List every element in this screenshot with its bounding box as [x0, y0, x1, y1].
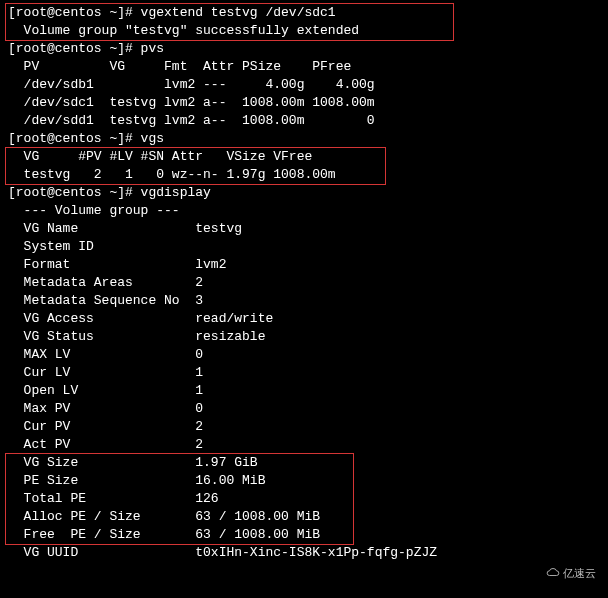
vgdisp-curlv: Cur LV 1 [8, 364, 600, 382]
cmd-vgdisplay: [root@centos ~]# vgdisplay [8, 184, 600, 202]
cmd-pvs: [root@centos ~]# pvs [8, 40, 600, 58]
pvs-row: /dev/sdb1 lvm2 --- 4.00g 4.00g [8, 76, 600, 94]
watermark-badge: 亿速云 [540, 562, 602, 584]
vgdisp-totalpe: Total PE 126 [8, 490, 351, 508]
vgdisp-sysid: System ID [8, 238, 600, 256]
highlight-vgsize: VG Size 1.97 GiB PE Size 16.00 MiB Total… [5, 453, 354, 545]
pvs-row: /dev/sdd1 testvg lvm2 a-- 1008.00m 0 [8, 112, 600, 130]
vgdisp-mareas: Metadata Areas 2 [8, 274, 600, 292]
cmd-vgs: [root@centos ~]# vgs [8, 130, 600, 148]
cloud-icon [546, 567, 560, 577]
vgdisp-maxlv: MAX LV 0 [8, 346, 600, 364]
pvs-header: PV VG Fmt Attr PSize PFree [8, 58, 600, 76]
vgdisp-curpv: Cur PV 2 [8, 418, 600, 436]
vgdisp-access: VG Access read/write [8, 310, 600, 328]
vgdisp-pesize: PE Size 16.00 MiB [8, 472, 351, 490]
vgdisp-mseq: Metadata Sequence No 3 [8, 292, 600, 310]
vgdisp-header: --- Volume group --- [8, 202, 600, 220]
vgdisp-maxpv: Max PV 0 [8, 400, 600, 418]
vgdisp-actpv: Act PV 2 [8, 436, 600, 454]
vgdisp-uuid: VG UUID t0xIHn-Xinc-IS8K-x1Pp-fqfg-pZJZ [8, 544, 600, 562]
vgs-header: VG #PV #LV #SN Attr VSize VFree [8, 148, 383, 166]
vgextend-output: Volume group "testvg" successfully exten… [8, 22, 451, 40]
cmd-vgextend: [root@centos ~]# vgextend testvg /dev/sd… [8, 4, 451, 22]
vgdisp-openlv: Open LV 1 [8, 382, 600, 400]
highlight-vgs: VG #PV #LV #SN Attr VSize VFree testvg 2… [5, 147, 386, 185]
vgdisp-vgsize: VG Size 1.97 GiB [8, 454, 351, 472]
highlight-vgextend: [root@centos ~]# vgextend testvg /dev/sd… [5, 3, 454, 41]
vgs-row: testvg 2 1 0 wz--n- 1.97g 1008.00m [8, 166, 383, 184]
vgdisp-free: Free PE / Size 63 / 1008.00 MiB [8, 526, 351, 544]
pvs-row: /dev/sdc1 testvg lvm2 a-- 1008.00m 1008.… [8, 94, 600, 112]
vgdisp-alloc: Alloc PE / Size 63 / 1008.00 MiB [8, 508, 351, 526]
vgdisp-status: VG Status resizable [8, 328, 600, 346]
vgdisp-fmt: Format lvm2 [8, 256, 600, 274]
watermark-text: 亿速云 [563, 567, 596, 579]
vgdisp-name: VG Name testvg [8, 220, 600, 238]
